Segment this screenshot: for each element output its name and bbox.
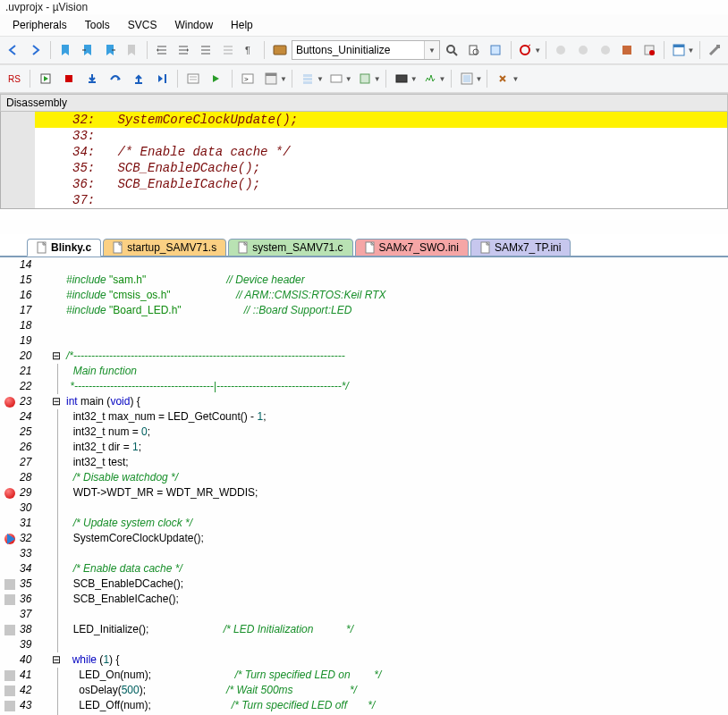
- code-line[interactable]: Main function: [65, 364, 728, 379]
- fold-gutter[interactable]: [57, 455, 65, 470]
- system-viewer-button[interactable]: [456, 68, 478, 89]
- breakpoint-gutter[interactable]: [0, 364, 20, 379]
- code-line[interactable]: WDT->WDT_MR = WDT_MR_WDDIS;: [65, 485, 728, 500]
- run-to-cursor-button[interactable]: [151, 68, 173, 89]
- file-tab[interactable]: SAMx7_SWO.ini: [355, 239, 469, 257]
- code-line[interactable]: while (1) {: [64, 652, 728, 668]
- whitespace-button[interactable]: ¶: [240, 39, 260, 61]
- serial-window-button[interactable]: [391, 68, 412, 89]
- fold-gutter[interactable]: [57, 440, 65, 455]
- disasm-line[interactable]: 37:: [35, 192, 727, 208]
- toolbox-button[interactable]: [492, 68, 513, 89]
- code-line[interactable]: int main (void) {: [64, 394, 728, 409]
- error-list-icon[interactable]: [639, 39, 659, 61]
- indent-right-button[interactable]: [174, 39, 194, 61]
- code-line[interactable]: [65, 500, 728, 516]
- fold-gutter[interactable]: [57, 364, 65, 379]
- show-disasm-button[interactable]: [182, 68, 204, 89]
- book-icon[interactable]: [269, 39, 290, 61]
- breakpoint-gutter[interactable]: [0, 394, 20, 409]
- memory-window-button[interactable]: [354, 68, 376, 89]
- breakpoint-gutter[interactable]: [0, 257, 20, 273]
- breakpoint-gutter[interactable]: [0, 440, 20, 455]
- fold-gutter[interactable]: [52, 318, 64, 333]
- fold-gutter[interactable]: [57, 698, 65, 713]
- breakpoint-gutter[interactable]: [0, 318, 20, 333]
- breakpoint-gutter[interactable]: [0, 333, 20, 349]
- menu-item-tools[interactable]: Tools: [76, 17, 119, 33]
- fold-gutter[interactable]: ⊟: [52, 394, 64, 409]
- menu-item-help[interactable]: Help: [222, 17, 262, 33]
- debug-start-button[interactable]: [516, 39, 537, 61]
- code-line[interactable]: int32_t max_num = LED_GetCount() - 1;: [65, 409, 728, 425]
- bookmark-toggle-button[interactable]: [55, 39, 76, 61]
- dropdown-arrow-icon[interactable]: ▼: [688, 46, 695, 55]
- fold-gutter[interactable]: [57, 425, 65, 440]
- fold-gutter[interactable]: [57, 561, 65, 576]
- disasm-line[interactable]: 36: SCB_EnableICache();: [35, 176, 727, 192]
- fold-gutter[interactable]: [57, 622, 65, 637]
- menu-item-svcs[interactable]: SVCS: [119, 17, 166, 33]
- disasm-line[interactable]: 34: /* Enable data cache */: [35, 144, 727, 160]
- fold-gutter[interactable]: [52, 333, 64, 349]
- fold-gutter[interactable]: [57, 379, 65, 394]
- breakpoint-gutter[interactable]: [0, 288, 20, 303]
- dropdown-arrow-icon[interactable]: ▼: [439, 75, 446, 83]
- incremental-find-button[interactable]: [486, 39, 506, 61]
- code-line[interactable]: *---------------------------------------…: [65, 379, 728, 394]
- code-line[interactable]: [64, 257, 728, 273]
- code-line[interactable]: #include "sam.h" // Device header: [64, 273, 728, 288]
- fold-gutter[interactable]: [57, 485, 65, 500]
- menu-item-window[interactable]: Window: [165, 17, 222, 33]
- find-button[interactable]: [442, 39, 462, 61]
- code-line[interactable]: [64, 318, 728, 333]
- fold-gutter[interactable]: [57, 576, 65, 592]
- bookmark-prev-button[interactable]: [78, 39, 98, 61]
- dropdown-arrow-icon[interactable]: ▼: [411, 75, 418, 83]
- breakpoint-gutter[interactable]: [0, 349, 20, 364]
- fold-gutter[interactable]: ⊟: [52, 652, 64, 668]
- show-next-statement-button[interactable]: [206, 68, 227, 89]
- code-line[interactable]: LED_Off(num); /* Turn specified LED off …: [65, 698, 728, 713]
- dropdown-arrow-icon[interactable]: ▼: [512, 75, 519, 83]
- code-line[interactable]: SystemCoreClockUpdate();: [65, 531, 728, 546]
- fold-gutter[interactable]: [57, 637, 65, 652]
- breakpoint-gutter[interactable]: [0, 622, 20, 637]
- find-combo[interactable]: Buttons_Uninitialize ▼: [292, 40, 440, 60]
- breakpoint-gutter[interactable]: [0, 470, 20, 485]
- watch-window-button[interactable]: [326, 68, 347, 89]
- window-layout-button[interactable]: [669, 39, 690, 61]
- fold-gutter[interactable]: [57, 470, 65, 485]
- fold-gutter[interactable]: [57, 531, 65, 546]
- dropdown-arrow-icon[interactable]: ▼: [317, 75, 324, 83]
- bookmark-next-button[interactable]: [99, 39, 120, 61]
- dropdown-arrow-icon[interactable]: ▼: [424, 41, 439, 59]
- step-over-button[interactable]: [105, 68, 126, 89]
- dropdown-arrow-icon[interactable]: ▼: [534, 46, 541, 55]
- fold-gutter[interactable]: [57, 607, 65, 622]
- reset-button[interactable]: RST: [4, 68, 25, 89]
- nav-back-button[interactable]: [4, 39, 24, 61]
- code-line[interactable]: osDelay(500); /* Wait 500ms */: [65, 683, 728, 698]
- command-window-button[interactable]: >: [237, 68, 258, 89]
- code-line[interactable]: int32_t dir = 1;: [65, 440, 728, 455]
- find-in-files-button[interactable]: [464, 39, 485, 61]
- fold-gutter[interactable]: [57, 668, 65, 683]
- indent-left-button[interactable]: [151, 39, 172, 61]
- breakpoint-gutter[interactable]: [0, 516, 20, 531]
- fold-gutter[interactable]: [57, 409, 65, 425]
- code-line[interactable]: SCB_EnableDCache();: [65, 576, 728, 592]
- breakpoint-gutter[interactable]: [0, 303, 20, 318]
- code-line[interactable]: /*--------------------------------------…: [64, 349, 728, 364]
- disasm-line[interactable]: 33:: [35, 128, 727, 144]
- file-tab[interactable]: startup_SAMV71.s: [103, 239, 226, 257]
- breakpoint-gutter[interactable]: [0, 683, 20, 698]
- code-line[interactable]: int32_t num = 0;: [65, 425, 728, 440]
- build-status-icon[interactable]: [617, 39, 638, 61]
- fold-gutter[interactable]: [57, 500, 65, 516]
- fold-gutter[interactable]: [57, 683, 65, 698]
- bookmark-clear-button[interactable]: [122, 39, 142, 61]
- menu-item-peripherals[interactable]: Peripherals: [4, 17, 76, 33]
- code-line[interactable]: [65, 637, 728, 652]
- code-line[interactable]: SCB_EnableICache();: [65, 592, 728, 607]
